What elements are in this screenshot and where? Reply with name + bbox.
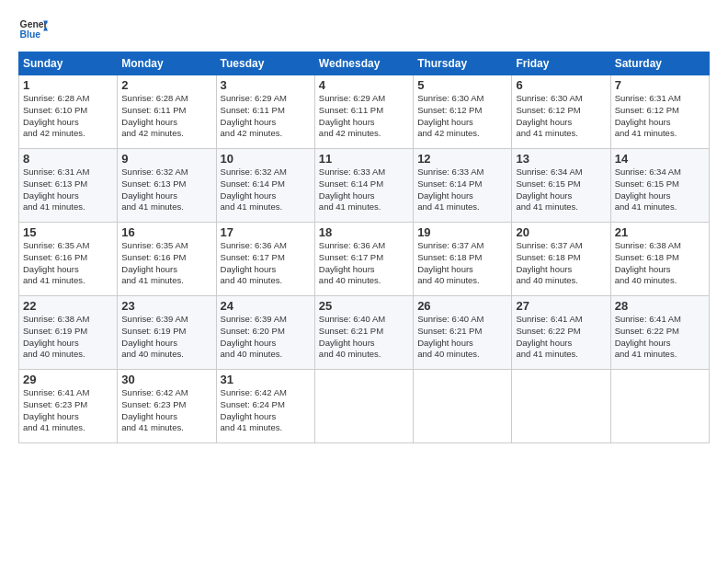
- day-cell-11: 11Sunrise: 6:33 AMSunset: 6:14 PMDayligh…: [314, 149, 413, 223]
- day-info: Sunrise: 6:38 AMSunset: 6:19 PMDaylight …: [23, 314, 113, 361]
- day-cell-8: 8Sunrise: 6:31 AMSunset: 6:13 PMDaylight…: [19, 149, 118, 223]
- day-info: Sunrise: 6:42 AMSunset: 6:23 PMDaylight …: [121, 387, 211, 434]
- day-info: Sunrise: 6:42 AMSunset: 6:24 PMDaylight …: [221, 387, 311, 434]
- day-cell-16: 16Sunrise: 6:35 AMSunset: 6:16 PMDayligh…: [118, 223, 216, 296]
- day-info: Sunrise: 6:32 AMSunset: 6:14 PMDaylight …: [221, 167, 311, 213]
- day-cell-4: 4Sunrise: 6:29 AMSunset: 6:11 PMDaylight…: [314, 75, 413, 149]
- day-number: 31: [221, 373, 311, 386]
- svg-text:General: General: [20, 19, 48, 29]
- day-cell-21: 21Sunrise: 6:38 AMSunset: 6:18 PMDayligh…: [610, 223, 709, 296]
- day-number: 28: [615, 299, 705, 313]
- header-row: SundayMondayTuesdayWednesdayThursdayFrid…: [19, 52, 710, 75]
- week-row-2: 8Sunrise: 6:31 AMSunset: 6:13 PMDaylight…: [19, 149, 710, 223]
- day-cell-24: 24Sunrise: 6:39 AMSunset: 6:20 PMDayligh…: [216, 296, 314, 370]
- col-header-sunday: Sunday: [19, 52, 118, 75]
- day-cell-13: 13Sunrise: 6:34 AMSunset: 6:15 PMDayligh…: [512, 149, 610, 223]
- day-cell-9: 9Sunrise: 6:32 AMSunset: 6:13 PMDaylight…: [118, 149, 216, 223]
- day-number: 9: [121, 152, 211, 166]
- page-container: General Blue SundayMondayTuesdayWednesda…: [0, 0, 728, 453]
- week-row-4: 22Sunrise: 6:38 AMSunset: 6:19 PMDayligh…: [19, 296, 710, 370]
- day-info: Sunrise: 6:29 AMSunset: 6:11 PMDaylight …: [319, 93, 409, 140]
- header: General Blue: [18, 15, 710, 44]
- day-info: Sunrise: 6:29 AMSunset: 6:11 PMDaylight …: [221, 93, 311, 140]
- day-info: Sunrise: 6:28 AMSunset: 6:11 PMDaylight …: [121, 93, 211, 140]
- day-number: 11: [319, 152, 409, 166]
- day-number: 29: [23, 373, 113, 386]
- day-cell-2: 2Sunrise: 6:28 AMSunset: 6:11 PMDaylight…: [118, 75, 216, 149]
- day-number: 23: [121, 299, 211, 313]
- day-number: 3: [221, 78, 311, 92]
- day-number: 7: [615, 78, 705, 92]
- day-number: 13: [516, 152, 606, 166]
- day-cell-12: 12Sunrise: 6:33 AMSunset: 6:14 PMDayligh…: [414, 149, 512, 223]
- empty-cell: [314, 370, 413, 443]
- day-number: 18: [319, 225, 409, 239]
- day-number: 4: [319, 78, 409, 92]
- day-info: Sunrise: 6:37 AMSunset: 6:18 PMDaylight …: [417, 240, 507, 287]
- day-number: 30: [121, 373, 211, 386]
- day-info: Sunrise: 6:37 AMSunset: 6:18 PMDaylight …: [516, 240, 606, 287]
- day-number: 10: [221, 152, 311, 166]
- day-number: 14: [615, 152, 705, 166]
- logo: General Blue: [18, 15, 48, 44]
- day-info: Sunrise: 6:28 AMSunset: 6:10 PMDaylight …: [23, 93, 113, 140]
- col-header-saturday: Saturday: [610, 52, 709, 75]
- day-cell-22: 22Sunrise: 6:38 AMSunset: 6:19 PMDayligh…: [19, 296, 118, 370]
- day-info: Sunrise: 6:41 AMSunset: 6:22 PMDaylight …: [516, 314, 606, 361]
- calendar-table: SundayMondayTuesdayWednesdayThursdayFrid…: [18, 52, 710, 443]
- day-number: 15: [23, 225, 113, 239]
- day-number: 26: [417, 299, 507, 313]
- week-row-3: 15Sunrise: 6:35 AMSunset: 6:16 PMDayligh…: [19, 223, 710, 296]
- day-number: 1: [23, 78, 113, 92]
- day-info: Sunrise: 6:35 AMSunset: 6:16 PMDaylight …: [121, 240, 211, 287]
- day-number: 12: [417, 152, 507, 166]
- week-row-5: 29Sunrise: 6:41 AMSunset: 6:23 PMDayligh…: [19, 370, 710, 443]
- day-cell-28: 28Sunrise: 6:41 AMSunset: 6:22 PMDayligh…: [610, 296, 709, 370]
- empty-cell: [414, 370, 512, 443]
- day-info: Sunrise: 6:39 AMSunset: 6:19 PMDaylight …: [121, 314, 211, 361]
- day-cell-20: 20Sunrise: 6:37 AMSunset: 6:18 PMDayligh…: [512, 223, 610, 296]
- col-header-wednesday: Wednesday: [314, 52, 413, 75]
- empty-cell: [610, 370, 709, 443]
- col-header-tuesday: Tuesday: [216, 52, 314, 75]
- day-info: Sunrise: 6:39 AMSunset: 6:20 PMDaylight …: [221, 314, 311, 361]
- empty-cell: [512, 370, 610, 443]
- logo-icon: General Blue: [18, 15, 48, 44]
- day-number: 17: [221, 225, 311, 239]
- day-cell-29: 29Sunrise: 6:41 AMSunset: 6:23 PMDayligh…: [19, 370, 118, 443]
- day-info: Sunrise: 6:34 AMSunset: 6:15 PMDaylight …: [516, 167, 606, 213]
- week-row-1: 1Sunrise: 6:28 AMSunset: 6:10 PMDaylight…: [19, 75, 710, 149]
- day-cell-10: 10Sunrise: 6:32 AMSunset: 6:14 PMDayligh…: [216, 149, 314, 223]
- col-header-friday: Friday: [512, 52, 610, 75]
- day-info: Sunrise: 6:33 AMSunset: 6:14 PMDaylight …: [319, 167, 409, 213]
- day-info: Sunrise: 6:36 AMSunset: 6:17 PMDaylight …: [221, 240, 311, 287]
- day-cell-1: 1Sunrise: 6:28 AMSunset: 6:10 PMDaylight…: [19, 75, 118, 149]
- day-info: Sunrise: 6:41 AMSunset: 6:23 PMDaylight …: [23, 387, 113, 434]
- day-info: Sunrise: 6:36 AMSunset: 6:17 PMDaylight …: [319, 240, 409, 287]
- day-info: Sunrise: 6:34 AMSunset: 6:15 PMDaylight …: [615, 167, 705, 213]
- day-number: 2: [121, 78, 211, 92]
- day-cell-5: 5Sunrise: 6:30 AMSunset: 6:12 PMDaylight…: [414, 75, 512, 149]
- day-cell-19: 19Sunrise: 6:37 AMSunset: 6:18 PMDayligh…: [414, 223, 512, 296]
- day-info: Sunrise: 6:31 AMSunset: 6:13 PMDaylight …: [23, 167, 113, 213]
- day-cell-7: 7Sunrise: 6:31 AMSunset: 6:12 PMDaylight…: [610, 75, 709, 149]
- day-number: 24: [221, 299, 311, 313]
- day-info: Sunrise: 6:38 AMSunset: 6:18 PMDaylight …: [615, 240, 705, 287]
- day-info: Sunrise: 6:32 AMSunset: 6:13 PMDaylight …: [121, 167, 211, 213]
- day-cell-26: 26Sunrise: 6:40 AMSunset: 6:21 PMDayligh…: [414, 296, 512, 370]
- day-number: 21: [615, 225, 705, 239]
- day-number: 8: [23, 152, 113, 166]
- day-info: Sunrise: 6:40 AMSunset: 6:21 PMDaylight …: [319, 314, 409, 361]
- day-cell-3: 3Sunrise: 6:29 AMSunset: 6:11 PMDaylight…: [216, 75, 314, 149]
- day-cell-30: 30Sunrise: 6:42 AMSunset: 6:23 PMDayligh…: [118, 370, 216, 443]
- day-number: 19: [417, 225, 507, 239]
- day-cell-23: 23Sunrise: 6:39 AMSunset: 6:19 PMDayligh…: [118, 296, 216, 370]
- day-info: Sunrise: 6:40 AMSunset: 6:21 PMDaylight …: [417, 314, 507, 361]
- day-info: Sunrise: 6:33 AMSunset: 6:14 PMDaylight …: [417, 167, 507, 213]
- day-cell-31: 31Sunrise: 6:42 AMSunset: 6:24 PMDayligh…: [216, 370, 314, 443]
- day-info: Sunrise: 6:31 AMSunset: 6:12 PMDaylight …: [615, 93, 705, 140]
- day-number: 20: [516, 225, 606, 239]
- day-number: 22: [23, 299, 113, 313]
- day-cell-17: 17Sunrise: 6:36 AMSunset: 6:17 PMDayligh…: [216, 223, 314, 296]
- day-info: Sunrise: 6:35 AMSunset: 6:16 PMDaylight …: [23, 240, 113, 287]
